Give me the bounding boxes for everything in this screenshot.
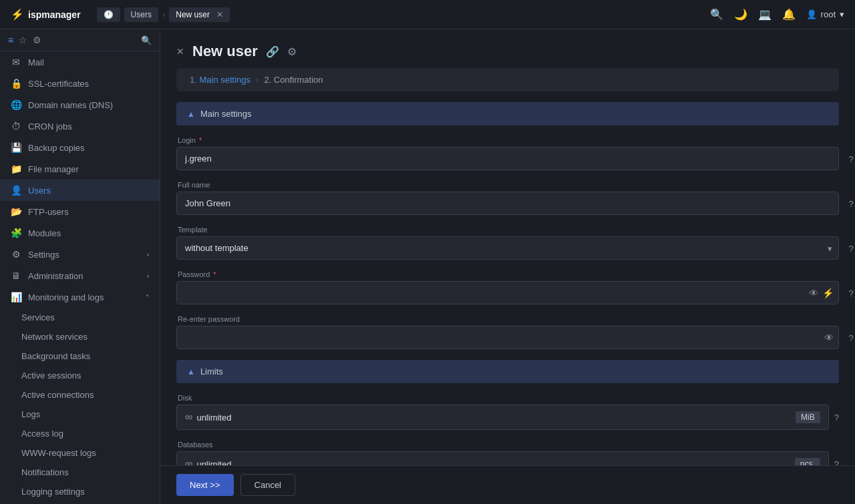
users-icon: 👤: [11, 185, 21, 196]
databases-limit-wrapper: ∞ unlimited pcs. ?: [176, 451, 839, 465]
sidebar-item-label-files: File manager: [28, 164, 149, 174]
disk-limit-input[interactable]: ∞ unlimited MiB: [176, 405, 829, 430]
fullname-label: Full name: [176, 181, 839, 189]
reenter-password-label: Re-enter password: [176, 315, 839, 323]
services-label: Services: [21, 312, 55, 322]
desktop-icon[interactable]: 💻: [758, 8, 772, 21]
breadcrumb-item-clock[interactable]: 🕐: [97, 7, 120, 22]
list-view-icon[interactable]: ≡: [8, 35, 13, 45]
disk-limit-wrapper: ∞ unlimited MiB ?: [176, 405, 839, 430]
sidebar-subitem-services[interactable]: Services: [0, 308, 160, 327]
breadcrumb: 🕐 Users › New user ✕: [97, 7, 230, 22]
limits-section-title: Limits: [200, 366, 223, 376]
step-confirmation[interactable]: 2. Confirmation: [264, 75, 323, 85]
sidebar-subitem-network-services[interactable]: Network services: [0, 327, 160, 346]
limits-collapse-icon: ▲: [187, 367, 195, 376]
form-footer: Next >> Cancel: [160, 465, 855, 504]
databases-limit-input[interactable]: ∞ unlimited pcs.: [176, 451, 829, 465]
login-help-icon[interactable]: ?: [844, 154, 855, 164]
password-actions: 👁 ⚡: [809, 288, 834, 298]
sidebar-item-dns[interactable]: 🌐 Domain names (DNS): [0, 94, 160, 115]
sidebar-subitem-system-info[interactable]: System information: [0, 501, 160, 504]
mail-icon: ✉: [11, 57, 21, 67]
logo: ⚡ ispmanager: [11, 8, 81, 21]
dns-icon: 🌐: [11, 99, 21, 110]
sidebar-item-admin[interactable]: 🖥 Administration ›: [0, 265, 160, 286]
sidebar-subitem-access-log[interactable]: Access log: [0, 424, 160, 443]
page-title: New user: [192, 43, 258, 60]
password-field: Password * 👁 ⚡ ?: [176, 270, 839, 304]
page-settings-icon[interactable]: ⚙: [287, 45, 297, 58]
password-help-icon[interactable]: ?: [844, 288, 855, 298]
sidebar-item-ssl[interactable]: 🔒 SSL-certificates: [0, 73, 160, 94]
step-2-label: 2. Confirmation: [264, 75, 323, 85]
breadcrumb-item-users[interactable]: Users: [124, 7, 158, 22]
sidebar-item-monitoring[interactable]: 📊 Monitoring and logs ˄: [0, 286, 160, 308]
user-icon: 👤: [806, 9, 817, 19]
ftp-icon: 📂: [11, 206, 21, 217]
reenter-password-toggle-icon[interactable]: 👁: [824, 332, 834, 343]
template-select[interactable]: without template: [176, 236, 839, 260]
login-label: Login *: [176, 136, 839, 144]
main-layout: ≡ ☆ ⚙ 🔍 ✉ Mail 🔒 SSL-certificates 🌐 Doma…: [0, 29, 855, 504]
fullname-help-icon[interactable]: ?: [844, 198, 855, 208]
next-button[interactable]: Next >>: [176, 474, 234, 496]
disk-help-icon[interactable]: ?: [834, 413, 839, 423]
section-collapse-icon: ▲: [187, 109, 195, 119]
monitoring-icon: 📊: [11, 292, 21, 302]
sidebar-item-backup[interactable]: 💾 Backup copies: [0, 137, 160, 158]
user-menu[interactable]: 👤 root ▾: [806, 9, 844, 19]
backup-icon: 💾: [11, 142, 21, 153]
star-view-icon[interactable]: ☆: [19, 35, 27, 45]
close-panel-button[interactable]: ✕: [176, 46, 184, 57]
sidebar-subitem-notifications[interactable]: Notifications: [0, 463, 160, 482]
fullname-input[interactable]: [176, 192, 839, 215]
close-tab-button[interactable]: ✕: [216, 10, 223, 19]
sidebar-subitem-www-request-logs[interactable]: WWW-request logs: [0, 443, 160, 463]
breadcrumb-item-newuser[interactable]: New user ✕: [169, 7, 230, 22]
sidebar-subitem-active-connections[interactable]: Active connections: [0, 385, 160, 405]
template-label: Template: [176, 226, 839, 234]
step-main-settings[interactable]: 1. Main settings: [190, 75, 250, 85]
sidebar-item-modules[interactable]: 🧩 Modules: [0, 222, 160, 244]
reenter-password-field: Re-enter password 👁 ?: [176, 315, 839, 349]
limits-section-header[interactable]: ▲ Limits: [176, 360, 839, 383]
template-field-wrapper: without template ▾ ?: [176, 236, 839, 260]
sidebar-search-icon[interactable]: 🔍: [141, 35, 152, 45]
login-required: *: [199, 136, 202, 144]
password-toggle-icon[interactable]: 👁: [809, 288, 818, 298]
theme-icon[interactable]: 🌙: [734, 8, 747, 21]
link-icon[interactable]: 🔗: [266, 45, 279, 58]
sidebar-item-ftp[interactable]: 📂 FTP-users: [0, 201, 160, 222]
sidebar-item-cron[interactable]: ⏱ CRON jobs: [0, 115, 160, 137]
group-view-icon[interactable]: ⚙: [33, 35, 41, 45]
disk-inf-icon: ∞: [185, 411, 192, 423]
password-required: *: [213, 270, 216, 278]
template-help-icon[interactable]: ?: [844, 243, 855, 253]
login-input[interactable]: [176, 147, 839, 170]
disk-limit-label: Disk: [176, 394, 839, 402]
password-generate-icon[interactable]: ⚡: [822, 288, 834, 298]
sidebar-item-users[interactable]: 👤 Users: [0, 180, 160, 201]
cancel-button[interactable]: Cancel: [240, 474, 295, 496]
sidebar-subitem-active-sessions[interactable]: Active sessions: [0, 366, 160, 385]
sidebar: ≡ ☆ ⚙ 🔍 ✉ Mail 🔒 SSL-certificates 🌐 Doma…: [0, 29, 160, 504]
reenter-password-actions: 👁: [824, 332, 834, 343]
sidebar-item-mail[interactable]: ✉ Mail: [0, 51, 160, 73]
reenter-password-input[interactable]: [176, 326, 839, 349]
sidebar-subitem-background[interactable]: Background tasks: [0, 346, 160, 366]
sidebar-subitem-logging-settings[interactable]: Logging settings: [0, 482, 160, 501]
search-icon[interactable]: 🔍: [710, 8, 723, 21]
sidebar-item-label-dns: Domain names (DNS): [28, 100, 149, 110]
sidebar-item-settings[interactable]: ⚙ Settings ›: [0, 244, 160, 265]
sidebar-subitem-logs[interactable]: Logs: [0, 405, 160, 424]
reenter-password-field-wrapper: 👁 ?: [176, 326, 839, 349]
sidebar-item-label-monitoring: Monitoring and logs: [28, 292, 139, 302]
password-input[interactable]: [176, 281, 839, 304]
main-settings-section-header[interactable]: ▲ Main settings: [176, 102, 839, 125]
sidebar-item-files[interactable]: 📁 File manager: [0, 158, 160, 180]
reenter-password-help-icon[interactable]: ?: [844, 332, 855, 342]
databases-help-icon[interactable]: ?: [834, 459, 839, 466]
databases-inf-icon: ∞: [185, 458, 192, 465]
notification-icon[interactable]: 🔔: [782, 8, 796, 21]
